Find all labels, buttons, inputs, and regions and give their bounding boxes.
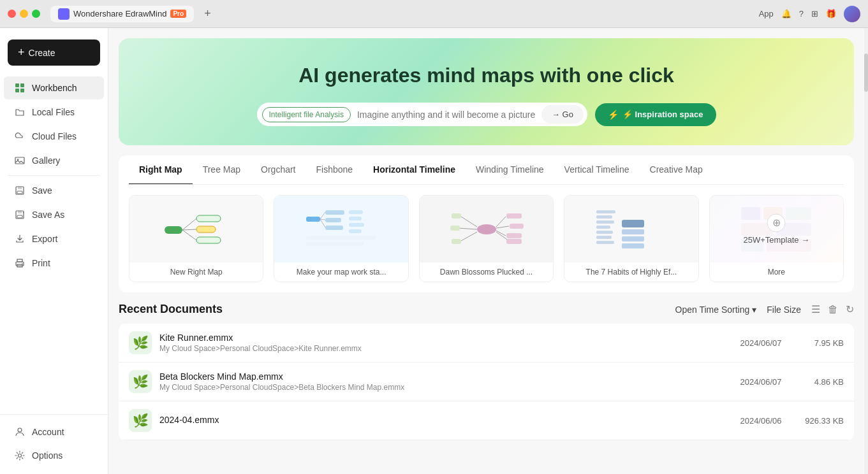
create-button[interactable]: + Create [8,40,100,66]
help-button[interactable]: ? [799,9,804,18]
svg-rect-44 [506,213,522,219]
doc-path-beta-blockers: My Cloud Space>Personal CloudSpace>Beta … [159,383,729,392]
svg-rect-51 [452,213,461,219]
more-template-count: 25W+Template → [743,235,809,245]
close-button[interactable] [8,10,16,18]
sidebar-item-account[interactable]: Account [4,420,104,443]
svg-rect-61 [596,226,610,229]
app-tab[interactable]: Wondershare EdrawMind Pro [50,6,194,22]
svg-line-48 [461,217,477,227]
recent-title: Recent Documents [119,303,223,316]
sort-label: Open Time Sorting [675,305,750,315]
plus-icon: + [18,46,25,59]
template-card-7-habits[interactable]: The 7 Habits of Highly Ef... [564,195,698,282]
local-files-label: Local Files [32,107,75,117]
hero-input-container: Intelligent file Analysis → Go [257,103,587,126]
workbench-label: Workbench [32,83,77,93]
doc-info-2024-04: 2024-04.emmx [159,415,729,426]
layout-button[interactable]: ⊞ [811,9,818,18]
template-tabs: Right Map Tree Map Orgchart Fishbone Hor… [129,155,844,185]
cloud-files-label: Cloud Files [32,131,77,141]
new-tab-button[interactable]: + [204,7,211,20]
save-icon [14,185,26,196]
traffic-lights [8,10,40,18]
svg-rect-0 [15,83,19,87]
local-files-icon [14,106,26,118]
scrollbar-thumb[interactable] [864,54,868,92]
inspiration-button[interactable]: ⚡ ⚡ Inspiration space [595,103,716,126]
app-button[interactable]: App [759,9,774,18]
save-label: Save [32,185,52,196]
7-habits-preview [564,196,698,262]
pro-badge: Pro [170,10,186,18]
hero-input[interactable] [351,106,541,124]
more-preview: ⊕ 25W+Template → [710,196,843,262]
template-cards: New Right Map [129,195,844,282]
maximize-button[interactable] [32,10,40,18]
tab-tree-map[interactable]: Tree Map [193,155,251,185]
sidebar-item-export[interactable]: Export [4,227,104,250]
tab-creative-map[interactable]: Creative Map [640,155,713,185]
svg-rect-64 [596,241,614,244]
doc-name-beta-blockers: Beta Blockers Mind Map.emmx [159,371,729,382]
list-view-icon[interactable]: ☰ [811,303,820,315]
titlebar: Wondershare EdrawMind Pro + App 🔔 ? ⊞ 🎁 [0,0,868,28]
doc-item-kite-runner[interactable]: 🌿 Kite Runner.emmx My Cloud Space>Person… [119,324,854,363]
svg-rect-56 [622,236,644,241]
doc-date-beta-blockers: 2024/06/07 [729,377,793,387]
lightning-icon: ⚡ [608,110,619,120]
doc-date-kite-runner: 2024/06/07 [729,338,793,348]
template-card-more[interactable]: ⊕ 25W+Template → More [709,195,844,282]
notification-icon[interactable]: 🔔 [781,9,791,18]
sidebar-item-save[interactable]: Save [4,179,104,202]
svg-line-41 [496,226,509,228]
tab-winding-timeline[interactable]: Winding Timeline [466,155,554,185]
user-avatar[interactable] [844,6,860,22]
7-habits-label: The 7 Habits of Highly Ef... [564,262,698,282]
doc-name-kite-runner: Kite Runner.emmx [159,333,729,343]
main-layout: + Create Workbench Local Files [0,28,868,474]
sidebar-item-gallery[interactable]: Gallery [4,149,104,172]
ai-badge[interactable]: Intelligent file Analysis [262,107,351,122]
svg-line-40 [496,217,506,227]
gift-button[interactable]: 🎁 [826,9,836,18]
file-size-label: File Size [767,305,801,315]
sidebar-item-options[interactable]: Options [4,444,104,467]
svg-rect-19 [165,226,182,234]
template-card-make-map[interactable]: Make your map work sta... [274,195,408,282]
svg-line-36 [320,219,325,227]
sidebar-item-local-files[interactable]: Local Files [4,101,104,124]
tab-fishbone[interactable]: Fishbone [306,155,364,185]
sidebar-item-save-as[interactable]: + Save As [4,203,104,226]
tab-right-map[interactable]: Right Map [129,155,193,185]
template-card-dawn-blossoms[interactable]: Dawn Blossoms Plucked ... [419,195,554,282]
svg-rect-33 [349,229,362,233]
sidebar-item-workbench[interactable]: Workbench [4,76,104,99]
tab-vertical-timeline[interactable]: Vertical Timeline [554,155,640,185]
sidebar-divider-1 [8,175,100,176]
sidebar-item-print[interactable]: Print [4,252,104,275]
svg-line-24 [182,229,196,230]
minimize-button[interactable] [20,10,28,18]
svg-rect-45 [510,224,524,229]
svg-rect-55 [622,229,644,234]
tab-horizontal-timeline[interactable]: Horizontal Timeline [363,155,466,185]
doc-size-kite-runner: 7.95 KB [793,338,844,348]
print-icon [14,257,26,269]
doc-icon-beta-blockers: 🌿 [129,370,152,393]
sort-button[interactable]: Open Time Sorting ▾ [675,305,757,315]
refresh-icon[interactable]: ↻ [846,303,854,315]
sidebar-item-cloud-files[interactable]: Cloud Files [4,125,104,148]
dawn-blossoms-label: Dawn Blossoms Plucked ... [420,262,553,282]
doc-item-beta-blockers[interactable]: 🌿 Beta Blockers Mind Map.emmx My Cloud S… [119,363,854,401]
tab-orgchart[interactable]: Orgchart [251,155,305,185]
svg-rect-2 [15,89,19,92]
go-button[interactable]: → Go [541,105,584,124]
content-area: AI generates mind maps with one click In… [108,28,864,474]
svg-rect-11 [17,215,22,218]
doc-size-2024-04: 926.33 KB [793,416,844,426]
delete-icon[interactable]: 🗑 [828,304,838,315]
svg-rect-7 [18,187,22,189]
template-card-new-right-map[interactable]: New Right Map [129,195,263,282]
doc-item-2024-04[interactable]: 🌿 2024-04.emmx 2024/06/06 926.33 KB [119,401,854,440]
